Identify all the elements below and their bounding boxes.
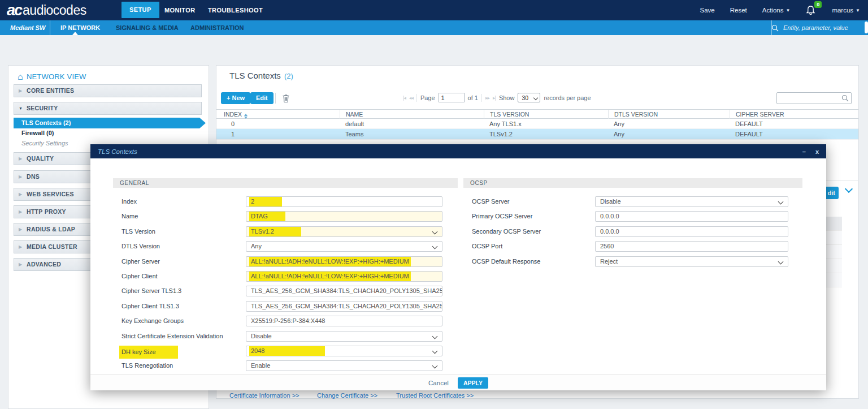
scrollbar-thumb[interactable]: [865, 21, 868, 33]
column-header-dtls-version[interactable]: DTLS VERSION: [608, 110, 730, 119]
sidebar-item-security-settings[interactable]: Security Settings: [21, 140, 68, 147]
chevron-down-icon: [432, 348, 438, 354]
chevron-down-icon: [778, 199, 784, 205]
audiocodes-logo: acaudiocodes: [7, 2, 86, 19]
new-button[interactable]: + New: [221, 92, 250, 104]
strict-cert-validation-select[interactable]: Disable: [246, 331, 442, 342]
tab-troubleshoot[interactable]: TROUBLESHOOT: [208, 0, 263, 20]
table-header: INDEX NAME TLS VERSION DTLS VERSION CIPH…: [216, 109, 858, 119]
column-header-index[interactable]: INDEX: [224, 110, 340, 119]
chevron-down-icon: [432, 363, 438, 369]
edit-button[interactable]: Edit: [250, 92, 274, 104]
field-row-secondary-ocsp-server: Secondary OCSP Server 0.0.0.0: [90, 226, 826, 237]
user-menu[interactable]: marcus▼: [832, 7, 860, 14]
section-ocsp: OCSP: [463, 178, 802, 188]
column-header-cipher-server[interactable]: CIPHER SERVER: [730, 110, 858, 119]
tab-monitor[interactable]: MONITOR: [164, 0, 196, 20]
chevron-right-icon: ▶: [19, 241, 22, 253]
search-icon: [771, 24, 779, 32]
global-search: [766, 20, 868, 35]
reset-button[interactable]: Reset: [730, 7, 747, 14]
tab-setup[interactable]: SETUP: [121, 2, 159, 18]
chevron-down-icon: ▼: [856, 8, 860, 13]
chevron-down-icon: [533, 96, 538, 100]
cancel-button[interactable]: Cancel: [428, 380, 449, 386]
sidebar-group-core-entities[interactable]: ▶CORE ENTITIES: [14, 84, 202, 97]
dialog-titlebar[interactable]: TLS Contexts – x: [90, 144, 826, 158]
page-size-select[interactable]: 30: [518, 93, 540, 102]
next-page-icon[interactable]: ▸▸: [485, 95, 489, 101]
chevron-right-icon: ▶: [19, 206, 22, 218]
network-view-link[interactable]: ⌂NETWORK VIEW: [18, 72, 86, 81]
notifications-bell-icon[interactable]: 0: [805, 5, 817, 16]
primary-ocsp-server-field[interactable]: 0.0.0.0: [595, 211, 788, 222]
chevron-right-icon: ▶: [19, 188, 22, 200]
field-row-key-exchange-groups: Key Exchange Groups X25519:P-256:P-384:X…: [90, 316, 826, 326]
page-title: TLS Contexts(2): [229, 71, 293, 80]
subtab-ip-network[interactable]: IP NETWORK: [60, 20, 100, 35]
home-icon: ⌂: [18, 73, 23, 81]
sidebar-group-security[interactable]: ▼SECURITY: [14, 102, 202, 115]
global-search-input[interactable]: [782, 24, 858, 32]
field-row-ocsp-default-response: OCSP Default Response Reject: [90, 256, 826, 267]
last-page-icon[interactable]: ▸|: [493, 95, 496, 101]
sidebar-item-tls-contexts[interactable]: TLS Contexts (2): [14, 118, 206, 128]
field-row-cipher-client: Cipher Client ALL:!aNULL:!ADH:!eNULL:!LO…: [90, 271, 826, 282]
field-row-ocsp-server: OCSP Server Disable: [90, 196, 826, 207]
divider: [275, 93, 276, 104]
chevron-down-icon: ▼: [785, 8, 790, 13]
first-page-icon[interactable]: |◂: [403, 95, 406, 101]
ocsp-port-field[interactable]: 2560: [595, 241, 788, 252]
trusted-root-certificates-link[interactable]: Trusted Root Certificates >>: [396, 392, 474, 399]
dialog-footer: Cancel APPLY: [90, 374, 826, 390]
cipher-server-tls13-field[interactable]: TLS_AES_256_GCM_SHA384:TLS_CHACHA20_POLY…: [246, 286, 442, 296]
field-row-dh-key-size: DH key Size 2048: [90, 346, 826, 356]
chevron-right-icon: ▶: [19, 171, 22, 183]
table-row[interactable]: 0 default Any TLS1.x Any DEFAULT: [216, 119, 858, 129]
certificate-information-link[interactable]: Certificate Information >>: [229, 392, 300, 399]
save-button[interactable]: Save: [700, 7, 714, 14]
tls-renegotiation-select[interactable]: Enable: [246, 360, 442, 371]
column-header-name[interactable]: NAME: [340, 110, 484, 119]
table-row-selected[interactable]: 1 Teams TLSv1.2 Any DEFAULT: [216, 129, 858, 140]
subnav-bar: Mediant SW IP NETWORK SIGNALING & MEDIA …: [0, 20, 868, 35]
chevron-expanded-icon: ▼: [19, 102, 23, 114]
dh-key-size-select[interactable]: 2048: [246, 346, 442, 356]
show-label: Show: [499, 94, 515, 101]
product-name: Mediant SW: [10, 20, 45, 35]
actions-menu[interactable]: Actions▼: [762, 7, 791, 14]
application-window: acaudiocodes SETUP MONITOR TROUBLESHOOT …: [0, 0, 868, 409]
change-certificate-link[interactable]: Change Certificate >>: [317, 392, 377, 399]
chevron-right-icon: ▶: [19, 223, 22, 235]
chevron-right-icon: ▶: [19, 259, 22, 270]
field-row-cipher-server-tls13: Cipher Server TLS1.3 TLS_AES_256_GCM_SHA…: [90, 286, 826, 296]
divider: [416, 94, 417, 102]
key-exchange-groups-field[interactable]: X25519:P-256:P-384:X448: [246, 316, 442, 326]
chevron-right-icon: ▶: [19, 85, 22, 97]
top-bar: acaudiocodes SETUP MONITOR TROUBLESHOOT …: [0, 0, 868, 20]
column-header-tls-version[interactable]: TLS VERSION: [484, 110, 608, 119]
ocsp-default-response-select[interactable]: Reject: [595, 256, 788, 267]
subtab-signaling-media[interactable]: SIGNALING & MEDIA: [116, 20, 179, 35]
subtab-administration[interactable]: ADMINISTRATION: [190, 20, 244, 35]
cipher-client-field[interactable]: ALL:!aNULL:!ADH:!eNULL:!LOW:!EXP:+HIGH:+…: [246, 271, 442, 282]
sidebar-item-firewall[interactable]: Firewall (0): [21, 130, 54, 136]
field-row-tls-renegotiation: TLS Renegotiation Enable: [90, 360, 826, 371]
srd-toolbar: ← → SRD All▼: [0, 35, 868, 65]
delete-icon[interactable]: [282, 94, 290, 105]
ocsp-server-select[interactable]: Disable: [595, 196, 788, 207]
chevron-down-icon: [778, 259, 784, 265]
page-input[interactable]: [439, 93, 465, 102]
page-label: Page: [420, 94, 435, 101]
cipher-client-tls13-field[interactable]: TLS_AES_256_GCM_SHA384:TLS_CHACHA20_POLY…: [246, 301, 442, 312]
apply-button[interactable]: APPLY: [458, 377, 488, 389]
prev-page-icon[interactable]: ◂◂: [409, 95, 413, 101]
pagination: |◂ ◂◂ Page of 1 ▸▸ ▸| Show 30 records pe…: [403, 93, 591, 102]
close-button[interactable]: x: [815, 148, 819, 155]
secondary-ocsp-server-field[interactable]: 0.0.0.0: [595, 226, 788, 237]
table-search-input[interactable]: [777, 93, 845, 102]
minimize-button[interactable]: –: [802, 148, 806, 155]
divider: [481, 94, 482, 102]
notification-badge: 0: [814, 1, 822, 8]
page-of-label: of 1: [468, 94, 478, 101]
